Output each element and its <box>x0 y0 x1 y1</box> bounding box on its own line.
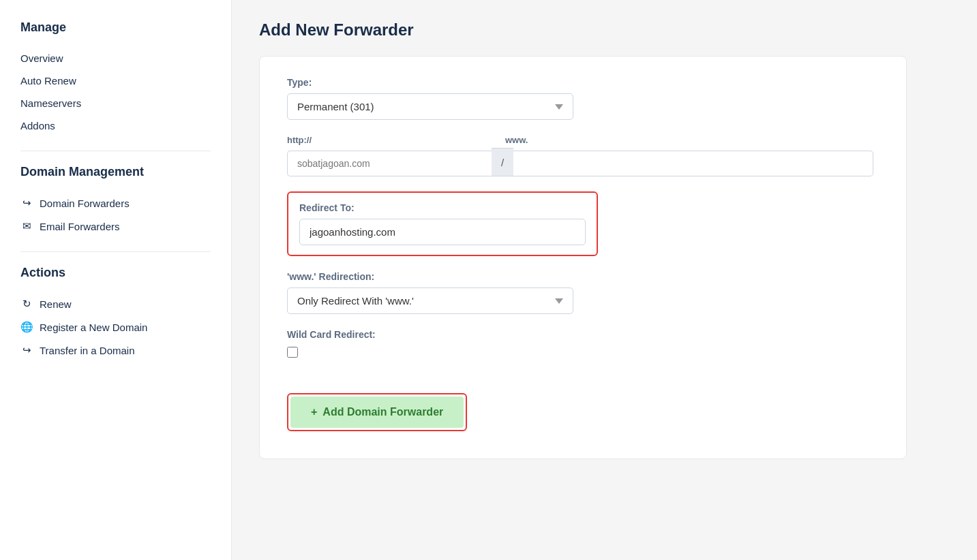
manage-title: Manage <box>20 20 211 35</box>
sidebar-item-overview[interactable]: Overview <box>20 47 211 69</box>
www-redirection-select[interactable]: Only Redirect With 'www.' <box>287 287 573 314</box>
globe-icon: 🌐 <box>20 321 33 333</box>
page-title: Add New Forwarder <box>259 20 950 40</box>
path-input[interactable] <box>513 151 873 176</box>
sidebar-item-email-forwarders[interactable]: ✉ Email Forwarders <box>20 215 211 238</box>
wild-card-checkbox-wrap <box>287 347 879 358</box>
redirect-to-label: Redirect To: <box>299 202 586 213</box>
wild-card-checkbox[interactable] <box>287 347 298 358</box>
sidebar: Manage Overview Auto Renew Nameservers A… <box>0 0 232 560</box>
www-redirection-group: 'www.' Redirection: Only Redirect With '… <box>287 271 879 314</box>
wild-card-group: Wild Card Redirect: <box>287 329 879 358</box>
forward-icon: ↪ <box>20 197 33 209</box>
transfer-icon: ↪ <box>20 344 33 356</box>
add-btn-wrap: + Add Domain Forwarder <box>287 393 467 431</box>
www-label: www. <box>505 135 528 145</box>
plus-icon: + <box>311 406 317 418</box>
form-card: Type: Permanent (301) http:// www. / <box>259 56 907 459</box>
redirect-to-box: Redirect To: <box>287 191 598 256</box>
add-btn-label: Add Domain Forwarder <box>322 406 443 418</box>
main-content: Add New Forwarder Type: Permanent (301) … <box>232 0 977 560</box>
slash-divider: / <box>492 148 513 176</box>
sidebar-item-register-domain[interactable]: 🌐 Register a New Domain <box>20 315 211 339</box>
sidebar-item-transfer-domain[interactable]: ↪ Transfer in a Domain <box>20 339 211 362</box>
email-icon: ✉ <box>20 220 33 232</box>
domain-management-title: Domain Management <box>20 165 211 179</box>
url-combined-row: / <box>287 148 873 176</box>
divider-2 <box>20 251 211 252</box>
http-label: http:// <box>287 135 492 145</box>
renew-icon: ↻ <box>20 298 33 310</box>
domain-input[interactable] <box>287 151 492 176</box>
sidebar-item-addons[interactable]: Addons <box>20 114 211 137</box>
actions-title: Actions <box>20 266 211 280</box>
redirect-to-input[interactable] <box>299 219 586 245</box>
url-labels-row: http:// www. <box>287 135 879 145</box>
sidebar-item-domain-forwarders[interactable]: ↪ Domain Forwarders <box>20 191 211 215</box>
type-label: Type: <box>287 77 879 88</box>
sidebar-item-auto-renew[interactable]: Auto Renew <box>20 69 211 92</box>
divider-1 <box>20 151 211 151</box>
add-domain-forwarder-button[interactable]: + Add Domain Forwarder <box>290 396 464 428</box>
url-group: http:// www. / <box>287 135 879 176</box>
wild-card-label: Wild Card Redirect: <box>287 329 879 340</box>
type-group: Type: Permanent (301) <box>287 77 879 120</box>
redirect-to-group: Redirect To: <box>287 191 879 271</box>
sidebar-item-renew[interactable]: ↻ Renew <box>20 292 211 315</box>
sidebar-item-nameservers[interactable]: Nameservers <box>20 92 211 114</box>
type-select[interactable]: Permanent (301) <box>287 93 573 120</box>
www-redirection-label: 'www.' Redirection: <box>287 271 879 282</box>
